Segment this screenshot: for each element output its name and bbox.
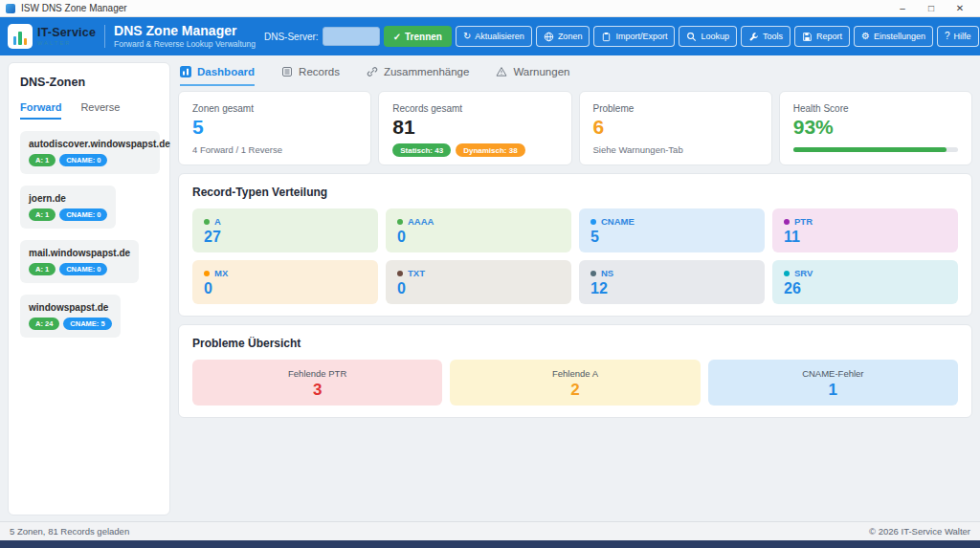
records-icon: [281, 66, 293, 77]
window-title: ISW DNS Zone Manager: [21, 3, 127, 13]
copyright-text: © 2026 IT-Service Walter: [869, 526, 970, 537]
a-record-badge: A: 1: [29, 154, 56, 166]
maximize-button[interactable]: □: [917, 0, 946, 16]
wrench-icon: [748, 32, 759, 42]
cname-record-badge: CNAME: 5: [63, 318, 111, 330]
cname-record-badge: CNAME: 0: [59, 263, 107, 275]
brand-subname: WALTER: [37, 41, 96, 47]
sidebar-tab-reverse[interactable]: Reverse: [80, 101, 120, 120]
settings-button[interactable]: ⚙ Einstellungen: [854, 26, 933, 47]
tools-button[interactable]: Tools: [741, 26, 791, 47]
dashboard-icon: [180, 66, 191, 77]
dynamic-records-badge: Dynamisch: 38: [456, 143, 524, 157]
app-icon: [6, 4, 15, 13]
problems-overview-section: Probleme Übersicht Fehlende PTR 3 Fehlen…: [178, 324, 972, 418]
zones-sidebar: DNS-Zonen Forward Reverse autodiscover.w…: [8, 62, 170, 515]
tab-warnings[interactable]: Warnungen: [496, 66, 569, 86]
type-dot: [204, 271, 210, 276]
dns-server-label: DNS-Server:: [264, 32, 319, 42]
stat-card-health: Health Score 93%: [779, 91, 972, 165]
page-subtitle: Forward & Reverse Lookup Verwaltung: [114, 40, 256, 49]
health-progress-track: [793, 147, 958, 152]
window-titlebar: ISW DNS Zone Manager – □ ✕: [0, 0, 980, 17]
minimize-button[interactable]: –: [888, 0, 917, 16]
main-content: Dashboard Records: [178, 62, 972, 418]
brand-logo-icon: [8, 24, 33, 49]
type-dot: [784, 271, 790, 276]
stat-card-records: Records gesamt 81 Statisch: 43 Dynamisch…: [378, 91, 571, 165]
report-button[interactable]: Report: [794, 26, 850, 47]
import-export-button[interactable]: Import/Export: [593, 26, 675, 47]
cname-record-badge: CNAME: 0: [59, 154, 107, 166]
gear-icon: ⚙: [861, 32, 870, 41]
check-icon: ✓: [393, 32, 401, 42]
refresh-icon: ↻: [463, 32, 471, 41]
record-type-tile-txt: TXT 0: [386, 260, 571, 304]
dns-server-input[interactable]: [323, 27, 380, 46]
record-type-tile-ns: NS 12: [579, 260, 765, 304]
health-progress-fill: [793, 147, 947, 152]
clipboard-icon: [601, 32, 612, 42]
stat-card-zones: Zonen gesamt 5 4 Forward / 1 Reverse: [178, 91, 371, 165]
taskbar-edge: [0, 540, 980, 548]
a-record-badge: A: 24: [29, 318, 59, 330]
problem-tile-cname-errors: CNAME-Fehler 1: [708, 360, 958, 406]
record-type-tile-mx: MX 0: [192, 260, 378, 304]
refresh-button[interactable]: ↻ Aktualisieren: [456, 26, 532, 47]
globe-icon: [544, 32, 554, 42]
zone-list-item[interactable]: autodiscover.windowspapst.de A: 1 CNAME:…: [20, 131, 160, 174]
lookup-button[interactable]: Lookup: [679, 26, 737, 47]
type-dot: [590, 271, 596, 276]
type-dot: [784, 219, 790, 225]
record-type-tile-a: A 27: [192, 208, 378, 252]
a-record-badge: A: 1: [29, 263, 56, 275]
zone-list-item[interactable]: mail.windowspapst.de A: 1 CNAME: 0: [20, 240, 139, 283]
records-total-value: 81: [392, 117, 557, 137]
type-dot: [397, 219, 403, 225]
status-bar: 5 Zonen, 81 Records geladen © 2026 IT-Se…: [0, 521, 980, 540]
tab-dashboard[interactable]: Dashboard: [180, 66, 255, 86]
problems-value: 6: [593, 117, 758, 137]
brand-name: IT-Service: [37, 27, 96, 39]
a-record-badge: A: 1: [29, 208, 56, 221]
status-text: 5 Zonen, 81 Records geladen: [10, 526, 129, 537]
stat-card-problems: Probleme 6 Siehe Warnungen-Tab: [579, 91, 772, 165]
zone-list-item[interactable]: windowspapst.de A: 24 CNAME: 5: [20, 295, 121, 338]
zone-list-item[interactable]: joern.de A: 1 CNAME: 0: [20, 186, 116, 229]
sidebar-title: DNS-Zonen: [20, 76, 158, 89]
type-dot: [590, 219, 596, 225]
close-button[interactable]: ✕: [946, 0, 974, 16]
help-button[interactable]: ? Hilfe: [937, 26, 979, 47]
cname-record-badge: CNAME: 0: [59, 208, 107, 221]
search-icon: [686, 32, 697, 42]
type-dot: [397, 271, 403, 276]
header-divider: [104, 25, 105, 48]
record-types-section: Record-Typen Verteilung A 27 AAAA 0: [178, 173, 972, 317]
app-header: IT-Service WALTER DNS Zone Manager Forwa…: [0, 17, 980, 55]
tab-relations[interactable]: Zusammenhänge: [367, 66, 470, 86]
warning-icon: [496, 66, 507, 77]
question-icon: ?: [945, 32, 950, 41]
record-type-tile-cname: CNAME 5: [579, 208, 765, 252]
link-icon: [367, 66, 378, 77]
disconnect-button[interactable]: ✓ Trennen: [384, 26, 452, 47]
tab-records[interactable]: Records: [281, 66, 340, 86]
page-title: DNS Zone Manager: [114, 24, 256, 37]
record-type-tile-ptr: PTR 11: [772, 208, 958, 252]
main-tabs: Dashboard Records: [178, 62, 972, 86]
zones-total-value: 5: [192, 117, 357, 137]
zones-button[interactable]: Zonen: [536, 26, 590, 47]
problem-tile-missing-a: Fehlende A 2: [450, 360, 700, 406]
record-type-tile-srv: SRV 26: [772, 260, 958, 304]
type-dot: [204, 219, 210, 225]
problem-tile-missing-ptr: Fehlende PTR 3: [192, 360, 442, 406]
save-icon: [802, 32, 813, 42]
health-score-value: 93%: [793, 117, 958, 137]
window-controls: – □ ✕: [888, 0, 974, 16]
record-type-tile-aaaa: AAAA 0: [386, 208, 571, 252]
static-records-badge: Statisch: 43: [392, 143, 451, 157]
sidebar-tab-forward[interactable]: Forward: [20, 101, 61, 120]
brand: IT-Service WALTER: [8, 24, 96, 49]
